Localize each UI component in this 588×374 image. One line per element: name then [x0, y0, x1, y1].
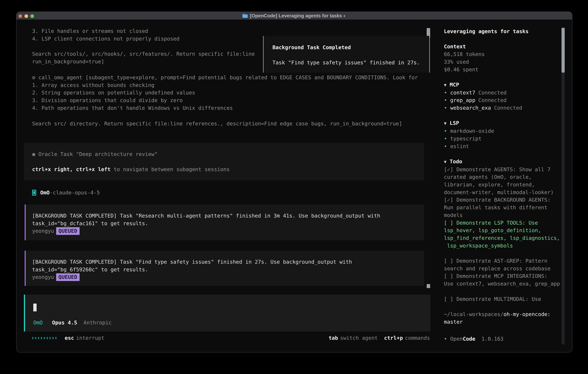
mcp-item: •grep_appConnected [444, 96, 567, 104]
commands-hint: ctrl+pcommands [384, 334, 430, 342]
queued-badge: QUEUED [56, 227, 80, 235]
task-message-line2: task_id="bg_dcfac161" to get results. [32, 220, 424, 227]
task-message-meta: yeongyuQUEUED [32, 273, 424, 281]
agent-name: OmO [40, 189, 50, 197]
task-user: yeongyu [32, 274, 54, 280]
task-user: yeongyu [32, 228, 54, 234]
esc-key-label: interrupt [76, 334, 104, 342]
bullet-icon: • [444, 90, 447, 96]
sidebar: Leveraging agents for tasks Context 66,5… [444, 28, 567, 343]
titlebar: [OpenCode] Leveraging agents for tasks ◐ [17, 12, 572, 20]
lsp-item: •eslint [444, 143, 567, 150]
mcp-item-name: grep_app [450, 97, 475, 103]
queued-badge: QUEUED [56, 273, 80, 281]
todo-active-item: [ ] Demonstrate LSP TOOLS: Use lsp_hover… [444, 219, 567, 250]
mcp-item-status: Connected [478, 90, 506, 96]
bullet-icon: • [444, 128, 447, 134]
bullet-icon: • [444, 97, 447, 103]
lsp-item: •markdown-oxide [444, 127, 567, 135]
opencode-name-dim: Open [450, 336, 463, 342]
close-button[interactable] [19, 14, 22, 18]
oracle-task-label: Oracle Task "Deep architecture review" [35, 151, 158, 157]
text-cursor [33, 303, 37, 311]
workspace-path: ~/local-workspaces/oh-my-opencode: [444, 311, 567, 318]
bullet-icon: • [444, 105, 447, 111]
lsp-item-name: typescript [450, 136, 482, 142]
notification-popup: Background Task Completed Task "Find typ… [263, 36, 430, 73]
chevron-down-icon: ▼ [444, 83, 447, 87]
terminal-window: [OpenCode] Leveraging agents for tasks ◐… [16, 11, 572, 353]
task-message-line2: task_id="bg_6f59260c" to get results. [32, 266, 424, 273]
sidebar-scrollbar-thumb[interactable] [562, 28, 565, 73]
sidebar-scrollbar[interactable] [562, 28, 565, 344]
opencode-name-bold: Code [463, 336, 475, 342]
lsp-heading: LSP [450, 120, 459, 126]
tab-hint: tabswitch agent [329, 334, 378, 342]
agent-header: OmO · claude-opus-4-5 [32, 189, 100, 197]
lsp-item: •typescript [444, 135, 567, 143]
statusbar-left: esc interrupt [32, 334, 104, 342]
folder-icon [242, 13, 248, 18]
task-message-meta: yeongyuQUEUED [32, 227, 424, 235]
opencode-version-number [475, 336, 478, 342]
bullet-icon: • [444, 336, 447, 342]
notification-title: Background Task Completed [273, 44, 429, 51]
bullet-icon: • [444, 136, 447, 142]
shortcut-keys: ctrl+x right, ctrl+x left [32, 166, 111, 172]
input-model-name: Opus 4.5 [52, 320, 77, 326]
mcp-item-name: context7 [450, 90, 475, 96]
model-line: OmO Opus 4.5 Anthropic [33, 319, 112, 327]
context-used: 33% used [444, 58, 567, 66]
spinner-dots [32, 337, 57, 339]
prompt-input[interactable]: OmO Opus 4.5 Anthropic [24, 295, 430, 332]
gear-icon: ⚙ [32, 74, 35, 80]
todo-pending-items: [ ] Demonstrate AST-GREP: Pattern search… [444, 257, 567, 288]
lsp-section-header: ▼LSP [444, 119, 567, 127]
todo-section-header: ▼Todo [444, 158, 567, 166]
mcp-heading: MCP [450, 82, 459, 88]
mcp-section-header: ▼MCP [444, 81, 567, 89]
background-task-message: [BACKGROUND TASK COMPLETED] Task "Resear… [25, 205, 424, 240]
context-heading: Context [444, 43, 567, 51]
task-message-line1: [BACKGROUND TASK COMPLETED] Task "Resear… [32, 212, 424, 220]
mcp-item-status: Connected [494, 105, 522, 111]
oracle-task-line: ◉ Oracle Task "Deep architecture review" [32, 150, 424, 158]
shortcut-hint: to navigate between subagent sessions [111, 166, 230, 172]
subagent-nav-hint: ctrl+x right, ctrl+x left to navigate be… [32, 166, 424, 173]
task-message-line1: [BACKGROUND TASK COMPLETED] Task "Find t… [32, 258, 424, 266]
tool-call-block: ⚙ call_omo_agent [subagent_type=explore,… [32, 74, 431, 112]
input-provider-name: Anthropic [84, 320, 112, 326]
workspace-branch: master [444, 318, 567, 326]
main-scrollbar-thumb[interactable] [427, 284, 430, 288]
window-title: [OpenCode] Leveraging agents for tasks ◐ [250, 13, 346, 19]
notification-body: Task "Find type safety issues" finished … [273, 59, 429, 67]
input-agent-name: OmO [33, 320, 43, 326]
context-tokens: 66,518 tokens [444, 51, 567, 58]
mcp-item: •websearch_exaConnected [444, 104, 567, 112]
minimize-button[interactable] [24, 14, 28, 18]
bullet-icon: • [444, 143, 447, 149]
fisheye-icon: ◉ [32, 151, 35, 157]
agent-square-icon [32, 190, 36, 196]
workspace-path-prefix: ~/local-workspaces/ [444, 311, 504, 317]
todo-pending-item: [ ] Demonstrate MULTIMODAL: Use [444, 295, 567, 303]
context-spent: $0.46 spent [444, 66, 567, 73]
version-number: 1.0.163 [482, 336, 504, 342]
session-title: Leveraging agents for tasks [444, 28, 567, 35]
agent-model: claude-opus-4-5 [53, 189, 100, 197]
agent-separator: · [50, 189, 53, 197]
background-task-message: [BACKGROUND TASK COMPLETED] Task "Find t… [25, 251, 424, 286]
opencode-version: •OpenCode 1.0.163 [444, 335, 567, 343]
lsp-item-name: markdown-oxide [450, 128, 494, 134]
mcp-item-status: Connected [478, 97, 506, 103]
log-search-line: Search src/ directory. Return specific f… [32, 120, 431, 128]
statusbar-right: tabswitch agent ctrl+pcommands [329, 334, 430, 342]
oracle-task-box: ◉ Oracle Task "Deep architecture review"… [24, 143, 424, 180]
chevron-down-icon: ▼ [444, 159, 447, 164]
maximize-button[interactable] [30, 14, 34, 18]
tool-call-text: call_omo_agent [subagent_type=explore, p… [32, 74, 418, 111]
workspace-repo: oh-my-opencode: [504, 311, 551, 317]
mcp-item: •context7Connected [444, 89, 567, 97]
todo-completed-items: [✓] Demonstrate AGENTS: Show all 7 curat… [444, 166, 567, 219]
todo-heading: Todo [450, 158, 462, 165]
